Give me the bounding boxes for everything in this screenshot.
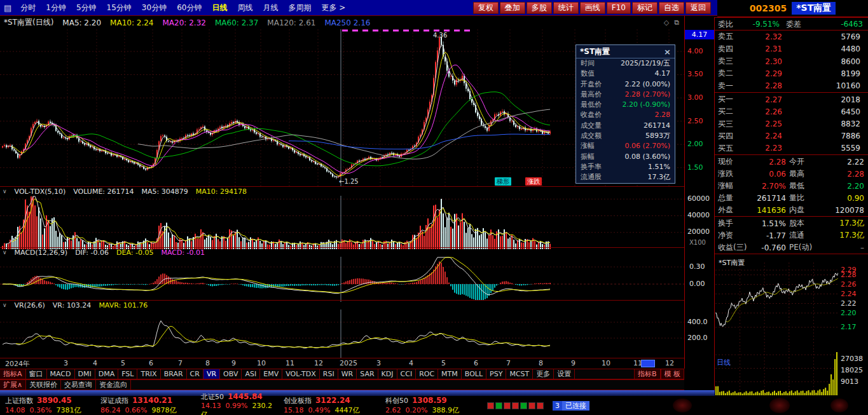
period-menu-item[interactable]: 60分钟 — [172, 0, 207, 15]
period-menu-item[interactable]: 分时 — [15, 0, 41, 15]
toolbar-button[interactable]: 标记 — [632, 2, 658, 14]
extension-tab[interactable]: 扩展∧ — [0, 380, 26, 390]
index-item[interactable]: 深证成指13140.2186.240.66%9878亿 — [95, 396, 196, 415]
indicator-tab[interactable]: MACD — [47, 369, 75, 379]
extension-tabbar: 扩展∧关联报价交易查询资金流向 — [0, 379, 684, 390]
indicator-tab[interactable]: WR — [338, 369, 357, 379]
extension-tab[interactable]: 资金流向 — [96, 380, 131, 390]
indicator-tab[interactable]: DMA — [95, 369, 119, 379]
indicator-tab[interactable]: 模 板 — [661, 369, 685, 379]
ask-row[interactable]: 卖二2.298199 — [715, 67, 868, 79]
index-item[interactable]: 创业板指3122.2415.180.49%4447亿 — [279, 396, 380, 415]
extension-tab[interactable]: 关联报价 — [26, 380, 61, 390]
mini-volume-chart[interactable] — [715, 351, 838, 396]
popup-row-value: 261714 — [644, 121, 670, 131]
indicator-tab[interactable]: TRIX — [137, 369, 160, 379]
level-price: 2.23 — [740, 144, 782, 153]
indicator-tab[interactable]: CR — [187, 369, 203, 379]
bid-row[interactable]: 买五2.235559 — [715, 142, 868, 154]
indicator-tab[interactable]: 指标B — [634, 369, 661, 379]
indicator-value-label: MA10: 294178 — [196, 187, 247, 196]
chart-scrollbar-thumb[interactable] — [641, 360, 655, 367]
level-price: 2.30 — [740, 57, 782, 66]
index-name: 科创50 — [385, 397, 408, 405]
current-stock-header[interactable]: 002305 *ST南置 — [717, 0, 868, 17]
indicator-tab[interactable]: MTM — [438, 369, 462, 379]
period-menu-item[interactable]: 5分钟 — [71, 0, 102, 15]
indicator-tab[interactable]: VR — [203, 369, 220, 379]
indicator-tab[interactable]: EMV — [260, 369, 282, 379]
indicator-tab[interactable]: DMI — [75, 369, 95, 379]
indicator-tab[interactable]: BRAR — [161, 369, 187, 379]
indicator-tab[interactable]: 设置 — [554, 369, 575, 379]
indicator-tab[interactable]: VOL-TDX — [282, 369, 320, 379]
weibi-label: 委比 — [715, 19, 740, 30]
ask-row[interactable]: 卖四2.314480 — [715, 43, 868, 55]
indicator-tab[interactable]: KDJ — [378, 369, 397, 379]
level-label: 卖三 — [715, 56, 740, 67]
mini-price-chart[interactable] — [715, 262, 838, 351]
connection-status[interactable]: 3已连接 — [553, 401, 589, 411]
toolbar-button[interactable]: 返回 — [685, 2, 711, 14]
toolbar-button[interactable]: 多股 — [527, 2, 552, 14]
indicator-tab[interactable]: SAR — [357, 369, 378, 379]
toolbar-button[interactable]: 自选 — [659, 2, 684, 14]
bid-row[interactable]: 买三2.258832 — [715, 118, 868, 130]
index-item[interactable]: 上证指数3890.4514.080.36%7381亿 — [0, 396, 95, 415]
index-item[interactable]: 北证501445.8414.130.99%230.2亿 — [196, 392, 279, 415]
toolbar-button[interactable]: 统计 — [553, 2, 579, 14]
index-value: 1445.84 — [228, 392, 263, 401]
bid-row[interactable]: 买四2.247886 — [715, 130, 868, 142]
indicator-tab[interactable]: BOLL — [462, 369, 486, 379]
volume-chart[interactable] — [0, 196, 684, 249]
toolbar-button[interactable]: 画线 — [580, 2, 605, 14]
diamond-icon[interactable]: ◇ — [664, 18, 669, 27]
app-menu-icon[interactable]: ▤ — [0, 3, 15, 13]
toolbar-button[interactable]: F10 — [607, 2, 631, 14]
popup-close-icon[interactable]: × — [664, 47, 671, 57]
stat-label: 换手 — [715, 218, 745, 229]
ask-row[interactable]: 卖五2.325769 — [715, 31, 868, 43]
time-axis-label: 7 — [178, 359, 183, 367]
ask-row[interactable]: 卖一2.2810160 — [715, 80, 868, 92]
indicator-value-label: MA10: 2.24 — [110, 18, 153, 27]
extension-tab[interactable]: 交易查询 — [61, 380, 96, 390]
mini-axis-label: 2.26 — [841, 280, 857, 289]
mini-axis-label: 2.22 — [841, 299, 857, 308]
vr-chart[interactable] — [0, 310, 684, 358]
period-menu-item[interactable]: 30分钟 — [137, 0, 172, 15]
indicator-tab[interactable]: 窗口 — [26, 369, 47, 379]
period-menu-item[interactable]: 多周期 — [283, 0, 316, 15]
indicator-tab[interactable]: MCST — [506, 369, 533, 379]
indicator-tab[interactable]: 指标A — [0, 369, 26, 379]
toolbar-button[interactable]: 复权 — [473, 2, 499, 14]
index-name: 上证指数 — [5, 397, 33, 405]
indicator-tab[interactable]: OBV — [220, 369, 242, 379]
indicator-tab[interactable]: RSI — [320, 369, 338, 379]
indicator-tab[interactable]: ASI — [242, 369, 260, 379]
ask-row[interactable]: 卖三2.308600 — [715, 55, 868, 67]
macd-chart[interactable] — [0, 257, 684, 302]
toolbar-button[interactable]: 叠加 — [500, 2, 525, 14]
indicator-tab[interactable]: FSL — [118, 369, 137, 379]
stat-row: 涨跌0.06最高2.28 — [715, 168, 868, 180]
indicator-tab[interactable]: CCI — [397, 369, 417, 379]
indicator-tab[interactable]: 更多 — [533, 369, 554, 379]
bid-row[interactable]: 买一2.272018 — [715, 93, 868, 105]
window-icon[interactable]: ⧉ — [674, 18, 679, 27]
indicator-tab[interactable]: PSY — [486, 369, 506, 379]
mini-axis-label: 2.17 — [841, 323, 857, 331]
connection-label: 已连接 — [562, 401, 589, 411]
indicator-tab[interactable]: ROC — [416, 369, 438, 379]
period-menu-item[interactable]: 1分钟 — [41, 0, 71, 15]
index-item[interactable]: 科创501308.592.620.20%388.9亿 — [380, 396, 471, 415]
index-value: 3122.24 — [315, 396, 350, 405]
stat-row: 现价2.28今开2.22 — [715, 156, 868, 168]
period-menu-item[interactable]: 周线 — [232, 0, 258, 15]
period-menu-item[interactable]: 日线 — [207, 0, 232, 15]
heat-block — [528, 402, 535, 409]
period-menu-item[interactable]: 15分钟 — [102, 0, 137, 15]
bid-row[interactable]: 买二2.266450 — [715, 105, 868, 118]
period-menu-item[interactable]: 更多 > — [316, 0, 350, 15]
period-menu-item[interactable]: 月线 — [258, 0, 283, 15]
